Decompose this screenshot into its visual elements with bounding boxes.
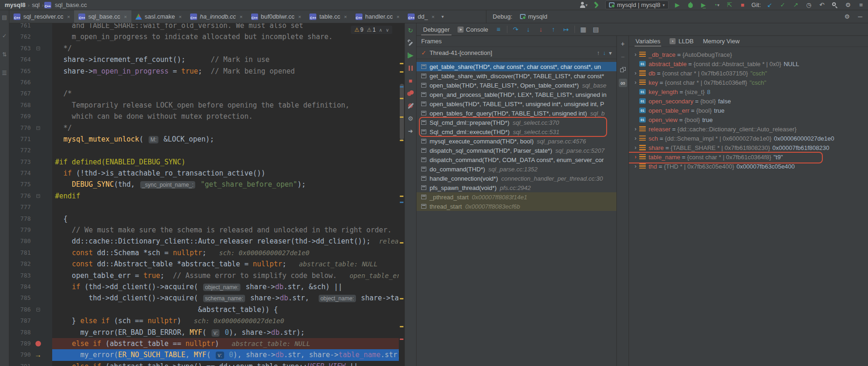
project-toolwindow-icon[interactable]: ▤: [2, 14, 7, 20]
git-update-icon[interactable]: ↙: [765, 1, 774, 9]
run-to-cursor-icon[interactable]: ↦: [562, 26, 570, 33]
variable-row[interactable]: 01abstract_table = {const dd::Abstract_t…: [629, 59, 868, 68]
next-frame-icon[interactable]: ↓: [603, 50, 606, 56]
variable-row[interactable]: ›thd = {THD * | 0x7fb63c05e400}0x00007fb…: [629, 162, 868, 171]
gutter[interactable]: 787: [9, 315, 52, 326]
breakpoint-icon[interactable]: [35, 341, 41, 346]
editor-tab-sql_base.cc[interactable]: C++sql_base.cc×: [74, 10, 131, 23]
thread-selector[interactable]: ✓ Thread-41-[connection] ↑ ↓ ▾: [417, 47, 616, 59]
gutter[interactable]: 791: [9, 361, 52, 366]
gutter[interactable]: 764: [9, 54, 52, 65]
gutter[interactable]: 781: [9, 247, 52, 258]
frame-row[interactable]: get_table_share_with_discover(THD*, TABL…: [417, 71, 616, 81]
gutter[interactable]: 777: [9, 202, 52, 213]
pause-program-icon[interactable]: [406, 64, 415, 72]
attach-process-button[interactable]: ⇱: [725, 1, 734, 9]
frame-row[interactable]: dispatch_command(THD*, COM_DATA const*, …: [417, 155, 616, 164]
git-push-icon[interactable]: ↗: [792, 1, 800, 9]
expand-chevron-icon[interactable]: ›: [632, 51, 639, 58]
history-icon[interactable]: ◷: [805, 1, 813, 9]
variable-row[interactable]: 01open_table_err = {bool}true: [629, 106, 868, 115]
gutter[interactable]: 778: [9, 213, 52, 224]
close-icon[interactable]: ×: [179, 14, 182, 20]
gutter[interactable]: 768: [9, 100, 52, 111]
breadcrumb-item[interactable]: mysql8: [3, 1, 27, 8]
structure-toolwindow-icon[interactable]: ☰: [2, 70, 7, 76]
frame-row[interactable]: Sql_cmd_dml::prepare(THD*)sql_select.cc:…: [417, 118, 616, 127]
watch-return-values-icon[interactable]: ∞: [619, 79, 627, 87]
gutter[interactable]: 789: [9, 338, 52, 349]
gutter[interactable]: 782: [9, 258, 52, 270]
next-issue-icon[interactable]: ∨: [386, 27, 389, 33]
threads-view-icon[interactable]: ≡: [494, 26, 503, 33]
gutter[interactable]: 776−: [9, 190, 52, 202]
gutter[interactable]: 766: [9, 77, 52, 88]
copy-stack-icon[interactable]: [619, 66, 627, 74]
gutter[interactable]: 761: [9, 23, 52, 31]
close-icon[interactable]: ×: [67, 14, 70, 20]
prev-frame-icon[interactable]: ↑: [597, 50, 600, 56]
frame-row[interactable]: open_table(THD*, TABLE_LIST*, Open_table…: [417, 81, 616, 90]
expand-chevron-icon[interactable]: ›: [632, 70, 639, 76]
gutter[interactable]: 763−: [9, 43, 52, 54]
variable-row[interactable]: ›releaser = {dd::cache::Dictionary_clien…: [629, 124, 868, 134]
gutter[interactable]: 784: [9, 281, 52, 292]
view-breakpoints-icon[interactable]: [406, 89, 415, 97]
debug-button[interactable]: [686, 1, 695, 9]
commit-toolwindow-icon[interactable]: ✓: [2, 33, 7, 39]
inspections-widget[interactable]: ⚠9 ⚠1 ∧ ∨: [351, 26, 392, 34]
git-commit-icon[interactable]: ✓: [779, 1, 787, 9]
fold-marker-icon[interactable]: −: [36, 126, 40, 130]
hidden-tabs-chevron-icon[interactable]: ▾: [439, 10, 447, 23]
expand-chevron-icon[interactable]: ›: [632, 163, 639, 169]
add-watch-icon[interactable]: +: [619, 40, 627, 48]
debug-settings-gear-icon[interactable]: ⚙: [843, 13, 851, 21]
pin-tab-icon[interactable]: ➜: [406, 127, 415, 135]
prev-issue-icon[interactable]: ∧: [379, 27, 382, 33]
variable-row[interactable]: ›share = {TABLE_SHARE * | 0x7fb61f808230…: [629, 143, 868, 152]
restore-layout-icon[interactable]: ▦: [579, 26, 588, 33]
frame-row[interactable]: pfs_spawn_thread(void*)pfs.cc:2942: [417, 183, 616, 192]
gutter[interactable]: 769: [9, 111, 52, 122]
close-icon[interactable]: ×: [298, 14, 301, 20]
layout-settings-icon[interactable]: ▤: [592, 26, 600, 33]
editor-tab-dd_[interactable]: C++dd_×: [403, 10, 438, 23]
debugger-settings-gear-icon[interactable]: ⚙: [406, 114, 415, 122]
variable-row[interactable]: ›db = {const char * | 0x7fb61c037150}"cs…: [629, 68, 868, 78]
close-icon[interactable]: ×: [344, 14, 347, 20]
gutter[interactable]: 785: [9, 292, 52, 304]
editor-tab-sql_resolver.cc[interactable]: C++sql_resolver.cc×: [9, 10, 74, 23]
gutter[interactable]: 765: [9, 66, 52, 77]
rerun-icon[interactable]: ↻: [406, 26, 415, 34]
settings-gear-icon[interactable]: ⚙: [844, 1, 852, 9]
stop-process-icon[interactable]: ■: [406, 76, 415, 85]
build-hammer-icon[interactable]: [592, 1, 601, 9]
expand-chevron-icon[interactable]: ›: [632, 144, 639, 151]
breadcrumb[interactable]: mysql8›sql›C++sql_base.cc: [3, 1, 89, 8]
frame-row[interactable]: handle_connection(void*)connection_handl…: [417, 174, 616, 183]
gutter[interactable]: 780: [9, 236, 52, 247]
main-menu-icon[interactable]: ≡: [857, 1, 865, 9]
code-editor[interactable]: 761 and TABLE_SHARE::wait_for_old_versio…: [9, 23, 404, 366]
gutter[interactable]: 774: [9, 168, 52, 179]
fold-marker-icon[interactable]: −: [36, 47, 40, 50]
rollback-icon[interactable]: ↶: [818, 1, 826, 9]
gutter[interactable]: 772: [9, 145, 52, 156]
step-into-icon[interactable]: ↓: [524, 26, 533, 33]
variable-row[interactable]: ›table_name = {const char * | 0x7fb61c03…: [629, 152, 868, 162]
search-everywhere-icon[interactable]: [831, 1, 839, 9]
frame-row[interactable]: get_table_share(THD*, char const*, char …: [417, 62, 616, 71]
breadcrumb-item[interactable]: sql_base.cc: [53, 1, 89, 8]
frame-row[interactable]: Sql_cmd_dml::execute(THD*)sql_select.cc:…: [417, 127, 616, 136]
gutter[interactable]: 779: [9, 224, 52, 236]
frame-row[interactable]: _pthread_start0x00007ff8083f14e1: [417, 192, 616, 202]
pull-requests-toolwindow-icon[interactable]: ⇅: [2, 51, 7, 58]
force-step-into-icon[interactable]: ↓: [537, 26, 545, 33]
editor-scrollbar[interactable]: [399, 23, 404, 366]
editor-tab-buf0dblwr.cc[interactable]: C++buf0dblwr.cc×: [247, 10, 306, 23]
variable-row[interactable]: ›key = {const char * | 0x7fb61c036eff}"c…: [629, 78, 868, 87]
mute-breakpoints-icon[interactable]: [406, 102, 415, 110]
tab-console[interactable]: > Console: [456, 23, 490, 35]
editor-tab-table.cc[interactable]: C++table.cc×: [305, 10, 351, 23]
gutter[interactable]: 773: [9, 156, 52, 168]
